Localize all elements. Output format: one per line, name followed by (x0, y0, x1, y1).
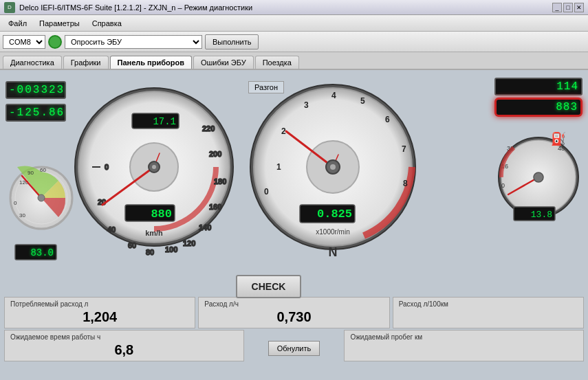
razgon-label: Разгон (248, 81, 284, 93)
svg-text:83.0: 83.0 (30, 247, 54, 258)
time-label: Ожидаемое время работы ч (10, 333, 238, 341)
svg-point-55 (330, 164, 336, 170)
right-display-bottom: 883 (494, 98, 582, 117)
flow-box: Расход л/ч 0,730 (198, 297, 389, 328)
svg-text:13.8: 13.8 (531, 210, 552, 220)
rpm-display-top: -003323 (6, 81, 66, 99)
svg-text:180: 180 (214, 177, 226, 186)
svg-text:x1000r/min: x1000r/min (316, 228, 349, 236)
svg-text:0: 0 (264, 187, 269, 197)
maximize-button[interactable]: □ (563, 3, 573, 12)
stats-row-2: Ожидаемое время работы ч 6,8 Обнулить Ож… (4, 330, 584, 361)
run-button[interactable]: Выполнить (205, 34, 259, 49)
svg-text:km/h: km/h (145, 229, 163, 237)
reset-container: Обнулить (247, 330, 342, 361)
toolbar: COM8 Опросить ЭБУ Выполнить (0, 32, 588, 52)
distance-label: Ожидаемый пробег км (350, 333, 578, 341)
svg-text:N: N (329, 245, 338, 259)
svg-text:8: 8 (403, 179, 408, 188)
svg-text:200: 200 (209, 150, 221, 158)
svg-text:60: 60 (40, 167, 46, 173)
tab-trip[interactable]: Поездка (255, 56, 299, 69)
consumption-box: Потребляемый расход л 1,204 (4, 297, 195, 328)
stats-row-1: Потребляемый расход л 1,204 Расход л/ч 0… (4, 297, 584, 328)
svg-text:100: 100 (165, 245, 177, 254)
tab-diagnostics[interactable]: Диагностика (3, 56, 62, 69)
close-button[interactable]: ✕ (574, 3, 584, 12)
window-controls: _ □ ✕ (552, 3, 584, 12)
right-display-top: 114 (494, 78, 582, 96)
svg-text:30: 30 (19, 212, 25, 219)
svg-text:⛽: ⛽ (551, 131, 567, 146)
svg-text:6: 6 (385, 115, 390, 124)
svg-point-8 (38, 194, 45, 201)
main-content: -003323 -125.86 (0, 70, 588, 380)
tab-graphs[interactable]: Графики (63, 56, 109, 69)
svg-text:0: 0 (501, 182, 505, 189)
svg-text:0.825: 0.825 (317, 208, 352, 221)
dashboard: -003323 -125.86 (4, 74, 584, 294)
temperature-gauge: 120 90 60 30 0 83.0 (7, 115, 76, 280)
flow-value: 0,730 (204, 309, 383, 325)
connection-indicator (48, 35, 62, 49)
stats-area: Потребляемый расход л 1,204 Расход л/ч 0… (4, 297, 584, 361)
consumption-label: Потребляемый расход л (10, 300, 189, 308)
svg-text:0: 0 (105, 163, 109, 171)
svg-text:0: 0 (14, 200, 17, 206)
svg-point-35 (152, 165, 156, 169)
distance-box: Ожидаемый пробег км (344, 330, 584, 361)
svg-text:80: 80 (146, 248, 154, 256)
svg-text:90: 90 (28, 170, 34, 176)
svg-text:17.1: 17.1 (153, 116, 176, 127)
query-dropdown[interactable]: Опросить ЭБУ (65, 35, 202, 49)
svg-point-64 (534, 172, 543, 182)
menu-bar: Файл Параметры Справка (0, 15, 588, 32)
svg-text:160: 160 (209, 203, 221, 211)
flow-label: Расход л/ч (204, 300, 383, 308)
right-display-bottom-container: 883 (494, 98, 582, 117)
svg-text:1: 1 (276, 162, 281, 172)
svg-text:3: 3 (304, 100, 309, 110)
window-title: Delco IEFI-6/ITMS-6F Suite [1.2.1.2] - Z… (19, 3, 252, 12)
com-port-select[interactable]: COM8 (3, 35, 45, 49)
reset-button[interactable]: Обнулить (268, 341, 320, 356)
menu-help[interactable]: Справка (87, 18, 127, 29)
svg-text:40: 40 (107, 225, 116, 234)
svg-text:5: 5 (360, 96, 365, 106)
tab-bar: Диагностика Графики Панель приборов Ошиб… (0, 52, 588, 70)
tachometer: 1 2 3 4 5 6 7 8 0 0.825 x1000r/min N (243, 78, 429, 277)
time-box: Ожидаемое время работы ч 6,8 (4, 330, 244, 361)
svg-text:120: 120 (183, 239, 195, 247)
svg-text:7: 7 (402, 144, 406, 154)
svg-text:60: 60 (128, 241, 136, 249)
menu-file[interactable]: Файл (3, 18, 32, 29)
svg-text:48: 48 (558, 145, 565, 152)
menu-params[interactable]: Параметры (34, 18, 85, 29)
speedometer: 0 20 40 60 80 100 120 140 160 (72, 78, 237, 277)
per100-label: Расход л/100км (399, 300, 578, 308)
right-panel: 114 883 ⛽ (494, 78, 582, 273)
per100-box: Расход л/100км (393, 297, 584, 328)
consumption-value: 1,204 (10, 309, 189, 325)
fuel-gauge: ⛽ 0 16 32 48 13.8 (494, 119, 582, 243)
tab-dashboard[interactable]: Панель приборов (110, 56, 192, 69)
app-icon: D (4, 2, 15, 13)
svg-text:220: 220 (202, 124, 215, 133)
check-button[interactable]: CHECK (236, 275, 301, 298)
minimize-button[interactable]: _ (552, 3, 562, 12)
svg-text:4: 4 (331, 91, 336, 100)
time-value: 6,8 (10, 342, 238, 358)
svg-text:140: 140 (199, 223, 211, 232)
title-bar: D Delco IEFI-6/ITMS-6F Suite [1.2.1.2] -… (0, 0, 588, 15)
tab-errors[interactable]: Ошибки ЭБУ (193, 56, 254, 69)
svg-text:880: 880 (151, 208, 172, 221)
